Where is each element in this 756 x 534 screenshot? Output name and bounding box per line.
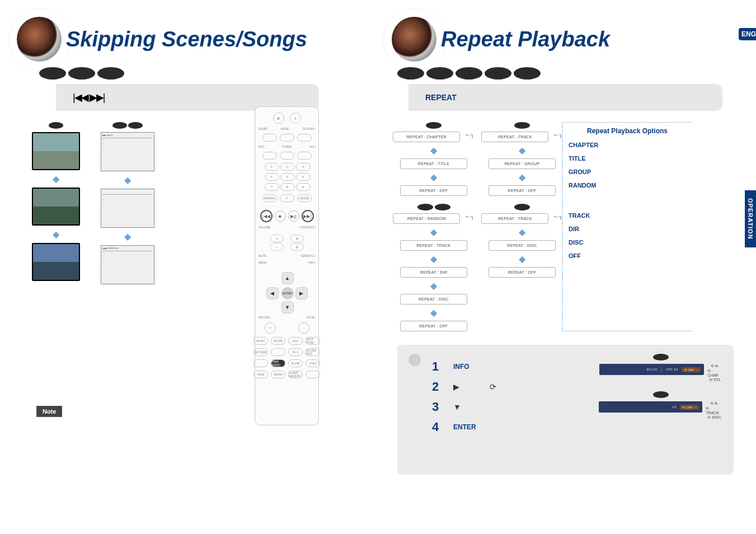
repeat-state: REPEAT : TRACK bbox=[481, 132, 548, 142]
page-title-left: Skipping Scenes/Songs bbox=[66, 27, 307, 51]
repeat-button[interactable]: HDMI AUDIO bbox=[271, 359, 285, 367]
repeat-state: REPEAT : DISC bbox=[489, 240, 556, 251]
down-arrow-icon: ◆ bbox=[53, 229, 59, 240]
repeat-state: REPEAT : OFF bbox=[489, 267, 556, 278]
numpad[interactable]: 123 456 789 bbox=[265, 163, 309, 191]
repeat-state: REPEAT : TRACK bbox=[400, 240, 467, 251]
speaker-icon bbox=[17, 17, 62, 62]
cancel-button[interactable]: CANCEL bbox=[297, 194, 312, 202]
repeat-state: REPEAT : OFF bbox=[400, 321, 467, 331]
tvvideo-button[interactable] bbox=[297, 134, 312, 142]
navigation-pad[interactable]: ▲ ▼ ◀ ▶ ENTER bbox=[267, 273, 307, 312]
down-arrow-icon: ▼ bbox=[453, 402, 461, 411]
repeat-col-cd: REPEAT : TRACK←┐ ◆ REPEAT : DISC ◆ REPEA… bbox=[486, 204, 558, 331]
nav-up[interactable]: ▲ bbox=[281, 272, 294, 284]
volume-rocker[interactable]: ＋－ bbox=[270, 235, 284, 251]
step-label: INFO bbox=[453, 363, 469, 371]
return-button[interactable]: ↶ bbox=[265, 322, 276, 334]
repeat-col-dvdaudio: REPEAT : TRACK←┐ ◆ REPEAT : GROUP ◆ REPE… bbox=[486, 122, 558, 196]
osd-preview: EN 1/2│OFF 1/1⟲ OFF bbox=[599, 364, 704, 375]
step-number: 2 bbox=[432, 380, 440, 394]
list-screen: ········· bbox=[101, 189, 154, 228]
step-bar-right: REPEAT bbox=[408, 84, 722, 111]
language-badge: ENG bbox=[739, 28, 756, 40]
thumbnail bbox=[32, 132, 80, 170]
option-off: OFF bbox=[569, 252, 686, 259]
aux-src-button[interactable] bbox=[297, 152, 312, 160]
power-button[interactable]: ⏻ bbox=[273, 113, 284, 124]
nav-down[interactable]: ▼ bbox=[281, 301, 294, 313]
disc-type-row-right bbox=[397, 67, 756, 79]
info-steps-panel: 1 INFO 2 ▶ ⟳ 3 ▼ 4 ENTER EN 1/2│OFF 1/1⟲… bbox=[397, 345, 734, 475]
option-group: GROUP bbox=[569, 168, 686, 175]
option-title: TITLE bbox=[569, 155, 686, 162]
option-track: TRACK bbox=[569, 212, 686, 219]
bullet-icon bbox=[408, 354, 421, 366]
repeat-icon: ⟳ bbox=[490, 382, 496, 391]
play-pause-button[interactable]: ▶|| bbox=[288, 210, 299, 222]
sleep-button[interactable] bbox=[262, 134, 277, 142]
list-screen: |◀◀ PREVIOUS········· bbox=[101, 245, 154, 284]
option-disc: DISC bbox=[569, 239, 686, 246]
open-close-button[interactable]: ▲ bbox=[290, 113, 301, 124]
step-number: 1 bbox=[432, 359, 440, 374]
option-chapter: CHAPTER bbox=[569, 142, 686, 148]
repeat-options-panel: Repeat Playback Options CHAPTER TITLE GR… bbox=[562, 122, 693, 331]
down-arrow-icon: ◆ bbox=[53, 174, 59, 184]
speaker-icon bbox=[392, 17, 436, 62]
repeat-col-dvd: REPEAT : CHAPTER←┐ ◆ REPEAT : TITLE ◆ RE… bbox=[397, 122, 470, 196]
down-arrow-icon: ◆ bbox=[124, 175, 131, 185]
step-number: 4 bbox=[432, 420, 440, 434]
nav-right[interactable]: ▶ bbox=[295, 287, 308, 299]
repeat-state: REPEAT : TRACK bbox=[481, 213, 548, 224]
repeat-state: REPEAT : CHAPTER bbox=[393, 132, 460, 142]
enter-button[interactable]: ENTER bbox=[281, 287, 294, 299]
disc-type-row-left bbox=[39, 67, 353, 79]
skip-prev-button[interactable]: |◀◀ bbox=[260, 210, 273, 222]
skip-next-button[interactable]: ▶▶| bbox=[302, 210, 314, 222]
osd-options: A- CHAP TITL bbox=[707, 364, 722, 382]
skip-icons: |◀◀ ▶▶| bbox=[73, 91, 104, 104]
zero-button[interactable]: 0 bbox=[280, 194, 294, 202]
nav-left[interactable]: ◀ bbox=[266, 287, 279, 299]
option-random: RANDOM bbox=[569, 182, 686, 189]
page-title-right: Repeat Playback bbox=[441, 27, 610, 51]
note-label: Note bbox=[36, 406, 62, 417]
remote-control: ⏻ ▲ SLEEPMODETV/VIDEO DVDTUNERAUX 123 45… bbox=[255, 106, 319, 425]
repeat-state: REPEAT : GROUP bbox=[489, 158, 556, 169]
osd-preview: 1/1⟲ OFF bbox=[599, 401, 702, 413]
repeat-state: REPEAT : OFF bbox=[400, 185, 467, 196]
stop-button[interactable]: ■ bbox=[275, 210, 286, 222]
repeat-state: REPEAT : OFF bbox=[489, 185, 556, 196]
repeat-state: REPEAT : DIR bbox=[400, 267, 467, 278]
step-number: 3 bbox=[432, 400, 440, 414]
section-tab: OPERATION bbox=[745, 190, 756, 247]
mode-button[interactable] bbox=[280, 134, 294, 142]
thumbnail bbox=[32, 243, 80, 281]
repeat-col-mp3: REPEAT : RANDOM←┐ ◆ REPEAT : TRACK ◆ REP… bbox=[397, 204, 470, 331]
zoom-button[interactable] bbox=[298, 322, 309, 334]
options-title: Repeat Playback Options bbox=[569, 127, 686, 135]
repeat-state: REPEAT : DISC bbox=[400, 294, 467, 305]
step-label: ENTER bbox=[453, 423, 476, 431]
option-dir: DIR bbox=[569, 226, 686, 232]
down-arrow-icon: ◆ bbox=[124, 231, 131, 242]
remain-button[interactable]: REMAIN bbox=[262, 194, 277, 202]
right-arrow-icon: ▶ bbox=[453, 382, 459, 391]
thumbnail bbox=[32, 188, 80, 226]
repeat-state: REPEAT : RANDOM bbox=[393, 213, 460, 224]
tuning-rocker[interactable]: ∧∨ bbox=[290, 235, 304, 251]
list-screen: ▶▶| NEXT ········· bbox=[101, 132, 154, 171]
tuner-src-button[interactable] bbox=[280, 152, 294, 160]
dvd-src-button[interactable] bbox=[262, 152, 277, 160]
osd-options: A- TRACK DISC bbox=[706, 401, 722, 420]
repeat-state: REPEAT : TITLE bbox=[400, 158, 467, 169]
